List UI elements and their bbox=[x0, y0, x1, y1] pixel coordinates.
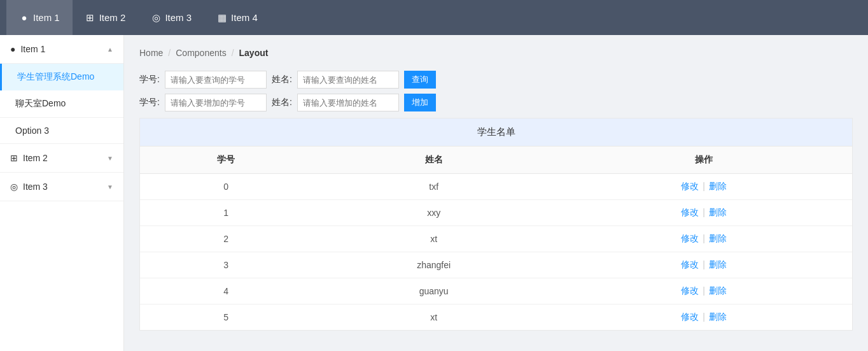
sidebar-label-item1: Item 1 bbox=[20, 44, 45, 54]
top-nav-item-2[interactable]: ⊞ Item 2 bbox=[73, 0, 139, 35]
sidebar-subitem-student[interactable]: 学生管理系统Demo bbox=[0, 64, 123, 90]
sidebar-icon-item1: ● bbox=[10, 44, 15, 54]
table-row: 2 xt 修改 | 删除 bbox=[140, 226, 852, 252]
cell-id: 3 bbox=[140, 252, 312, 278]
breadcrumb-sep-1: / bbox=[168, 48, 171, 58]
edit-link[interactable]: 修改 bbox=[681, 312, 699, 322]
add-id-label: 学号: bbox=[139, 97, 160, 108]
chevron-up-icon: ▲ bbox=[107, 46, 113, 53]
cell-id: 5 bbox=[140, 304, 312, 331]
table-row: 1 xxy 修改 | 删除 bbox=[140, 200, 852, 226]
chevron-down-icon-item3: ▼ bbox=[107, 183, 113, 190]
search-name-input[interactable] bbox=[297, 71, 399, 89]
cell-name: xt bbox=[312, 226, 556, 252]
breadcrumb-sep-2: / bbox=[232, 48, 234, 58]
cell-name: xxy bbox=[312, 200, 556, 226]
cell-name: guanyu bbox=[312, 278, 556, 304]
add-name-label: 姓名: bbox=[272, 97, 292, 108]
breadcrumb-layout: Layout bbox=[239, 48, 269, 58]
student-table: 学号 姓名 操作 0 txf 修改 | 删除 1 xxy 修改 | 删除 bbox=[140, 147, 852, 330]
search-id-input[interactable] bbox=[165, 71, 267, 89]
delete-link[interactable]: 删除 bbox=[709, 312, 727, 322]
item4-icon: ▦ bbox=[217, 13, 227, 23]
edit-link[interactable]: 修改 bbox=[681, 233, 699, 243]
cell-action: 修改 | 删除 bbox=[556, 252, 852, 278]
cell-action: 修改 | 删除 bbox=[556, 200, 852, 226]
sidebar: ● Item 1 ▲ 学生管理系统Demo 聊天室Demo Option 3 ⊞… bbox=[0, 35, 124, 351]
cell-name: zhangfei bbox=[312, 252, 556, 278]
table-row: 3 zhangfei 修改 | 删除 bbox=[140, 252, 852, 278]
col-header-id: 学号 bbox=[140, 147, 312, 174]
search-id-label: 学号: bbox=[139, 74, 160, 85]
top-nav-label-1: Item 1 bbox=[33, 12, 60, 23]
item2-icon: ⊞ bbox=[85, 13, 95, 23]
action-separator: | bbox=[703, 285, 705, 296]
delete-link[interactable]: 删除 bbox=[709, 285, 727, 296]
edit-link[interactable]: 修改 bbox=[681, 259, 699, 269]
breadcrumb-home[interactable]: Home bbox=[139, 48, 163, 58]
student-table-container: 学生名单 学号 姓名 操作 0 txf 修改 | 删除 1 xx bbox=[139, 118, 853, 331]
item1-icon: ● bbox=[19, 13, 29, 23]
top-nav-item-3[interactable]: ◎ Item 3 bbox=[138, 0, 204, 35]
action-separator: | bbox=[703, 181, 705, 191]
sidebar-item-option3[interactable]: Option 3 bbox=[0, 118, 123, 144]
action-separator: | bbox=[703, 312, 705, 322]
cell-action: 修改 | 删除 bbox=[556, 174, 852, 200]
edit-link[interactable]: 修改 bbox=[681, 207, 699, 217]
action-separator: | bbox=[703, 233, 705, 243]
cell-name: xt bbox=[312, 304, 556, 331]
sidebar-item-item1[interactable]: ● Item 1 ▲ bbox=[0, 35, 123, 64]
edit-link[interactable]: 修改 bbox=[681, 181, 699, 191]
cell-action: 修改 | 删除 bbox=[556, 278, 852, 304]
top-nav-item-4[interactable]: ▦ Item 4 bbox=[204, 0, 270, 35]
chevron-down-icon-item2: ▼ bbox=[107, 155, 113, 162]
top-nav-label-4: Item 4 bbox=[231, 12, 258, 23]
table-header-row: 学号 姓名 操作 bbox=[140, 147, 852, 174]
sidebar-label-student: 学生管理系统Demo bbox=[17, 71, 94, 82]
add-name-input[interactable] bbox=[297, 94, 399, 111]
sidebar-label-item2: Item 2 bbox=[23, 153, 48, 163]
delete-link[interactable]: 删除 bbox=[709, 181, 727, 191]
sidebar-subitem-chat[interactable]: 聊天室Demo bbox=[0, 90, 123, 118]
main-content: Home / Components / Layout 学号: 姓名: 查询 学号… bbox=[124, 35, 868, 351]
breadcrumb: Home / Components / Layout bbox=[139, 48, 853, 58]
sidebar-item-item2[interactable]: ⊞ Item 2 ▼ bbox=[0, 144, 123, 173]
sidebar-icon-item2: ⊞ bbox=[10, 153, 18, 163]
table-row: 4 guanyu 修改 | 删除 bbox=[140, 278, 852, 304]
sidebar-label-option3: Option 3 bbox=[15, 125, 49, 136]
action-separator: | bbox=[703, 207, 705, 217]
add-form-row: 学号: 姓名: 增加 bbox=[139, 94, 853, 111]
top-nav: ● Item 1 ⊞ Item 2 ◎ Item 3 ▦ Item 4 bbox=[0, 0, 868, 35]
edit-link[interactable]: 修改 bbox=[681, 285, 699, 296]
col-header-name: 姓名 bbox=[312, 147, 556, 174]
add-button[interactable]: 增加 bbox=[404, 94, 436, 111]
query-button[interactable]: 查询 bbox=[404, 71, 436, 89]
delete-link[interactable]: 删除 bbox=[709, 207, 727, 217]
cell-id: 1 bbox=[140, 200, 312, 226]
cell-name: txf bbox=[312, 174, 556, 200]
delete-link[interactable]: 删除 bbox=[709, 259, 727, 269]
cell-id: 0 bbox=[140, 174, 312, 200]
cell-id: 2 bbox=[140, 226, 312, 252]
item3-icon: ◎ bbox=[151, 13, 161, 23]
action-separator: | bbox=[703, 259, 705, 269]
sidebar-label-chat: 聊天室Demo bbox=[15, 98, 66, 108]
sidebar-icon-item3: ◎ bbox=[10, 182, 18, 192]
table-row: 0 txf 修改 | 删除 bbox=[140, 174, 852, 200]
top-nav-item-1[interactable]: ● Item 1 bbox=[6, 0, 73, 35]
table-row: 5 xt 修改 | 删除 bbox=[140, 304, 852, 331]
col-header-action: 操作 bbox=[556, 147, 852, 174]
main-layout: ● Item 1 ▲ 学生管理系统Demo 聊天室Demo Option 3 ⊞… bbox=[0, 35, 868, 351]
cell-id: 4 bbox=[140, 278, 312, 304]
cell-action: 修改 | 删除 bbox=[556, 226, 852, 252]
cell-action: 修改 | 删除 bbox=[556, 304, 852, 331]
search-form-row: 学号: 姓名: 查询 bbox=[139, 71, 853, 89]
sidebar-item-item3[interactable]: ◎ Item 3 ▼ bbox=[0, 173, 123, 201]
delete-link[interactable]: 删除 bbox=[709, 233, 727, 243]
add-id-input[interactable] bbox=[165, 94, 267, 111]
breadcrumb-components[interactable]: Components bbox=[176, 48, 226, 58]
search-name-label: 姓名: bbox=[272, 74, 292, 85]
top-nav-label-3: Item 3 bbox=[165, 12, 192, 23]
sidebar-label-item3: Item 3 bbox=[23, 182, 48, 192]
top-nav-label-2: Item 2 bbox=[99, 12, 126, 23]
